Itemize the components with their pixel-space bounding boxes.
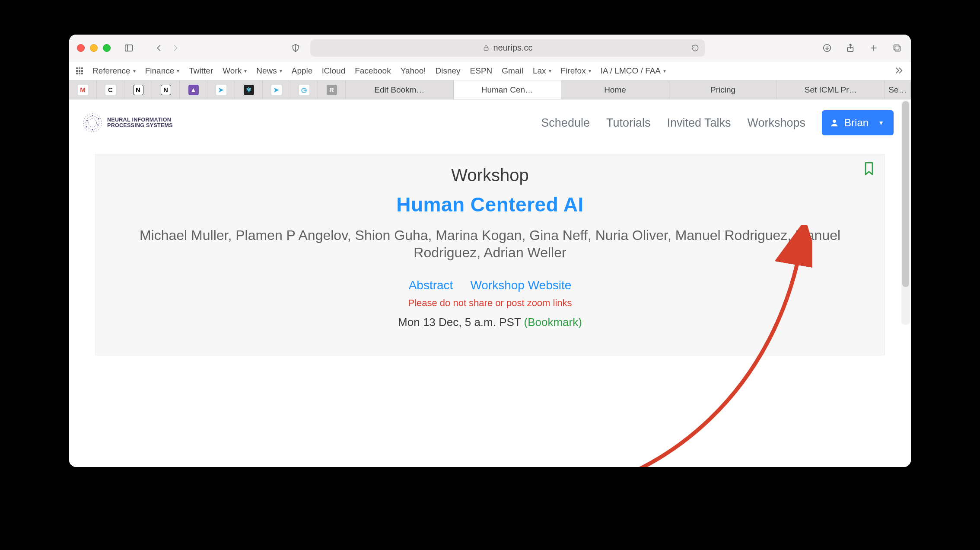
svg-point-13 [97, 124, 99, 125]
bookmark-twitter[interactable]: Twitter [189, 66, 213, 76]
nav-tutorials[interactable]: Tutorials [606, 116, 651, 130]
window-zoom-button[interactable] [103, 44, 111, 52]
nav-workshops[interactable]: Workshops [748, 116, 806, 130]
logo-text: NEURAL INFORMATION PROCESSING SYSTEMS [107, 117, 173, 128]
svg-point-15 [92, 129, 93, 131]
tab-overview-icon[interactable] [891, 42, 903, 54]
svg-point-16 [98, 118, 99, 119]
nav-schedule[interactable]: Schedule [541, 116, 590, 130]
nav-invited-talks[interactable]: Invited Talks [667, 116, 731, 130]
bookmarks-overflow-icon[interactable] [894, 66, 904, 76]
bookmark-firefox[interactable]: Firefox▾ [561, 66, 591, 76]
browser-titlebar: neurips.cc [69, 35, 911, 61]
bookmark-work[interactable]: Work▾ [223, 66, 247, 76]
bookmark-icloud[interactable]: iCloud [322, 66, 345, 76]
tab-home[interactable]: Home [561, 80, 669, 99]
browser-window: neurips.cc Reference▾ Finance▾ [69, 35, 911, 467]
address-bar-text: neurips.cc [493, 43, 532, 53]
tab-set-icml[interactable]: Set ICML Pr… [777, 80, 885, 99]
svg-point-17 [86, 126, 87, 128]
event-links: Abstract Workshop Website [113, 278, 867, 292]
pinned-tab-8[interactable]: ➤ [263, 80, 290, 99]
tab-edit-bookmarks[interactable]: Edit Bookm… [346, 80, 454, 99]
tab-overflow[interactable]: Se… [885, 80, 911, 99]
bookmark-disney[interactable]: Disney [435, 66, 460, 76]
bookmark-link[interactable]: (Bookmark) [524, 316, 582, 329]
bookmarks-bar: Reference▾ Finance▾ Twitter Work▾ News▾ … [69, 61, 911, 80]
bookmark-lax[interactable]: Lax▾ [533, 66, 551, 76]
pinned-tab-react[interactable]: ⚛ [235, 80, 263, 99]
event-card: Workshop Human Centered AI Michael Mulle… [95, 154, 885, 355]
downloads-icon[interactable] [821, 42, 833, 54]
link-abstract[interactable]: Abstract [409, 278, 453, 292]
lock-icon [483, 45, 490, 51]
page-content: NEURAL INFORMATION PROCESSING SYSTEMS Sc… [69, 99, 911, 467]
svg-rect-0 [125, 45, 133, 51]
svg-point-12 [86, 120, 88, 122]
svg-point-9 [86, 116, 99, 130]
pinned-tab-notion-1[interactable]: N [124, 80, 152, 99]
pinned-tab-2[interactable]: C [97, 80, 124, 99]
pinned-tab-5[interactable]: ▲ [180, 80, 207, 99]
bookmark-finance[interactable]: Finance▾ [145, 66, 180, 76]
svg-rect-2 [484, 48, 488, 50]
address-bar[interactable]: neurips.cc [310, 39, 705, 57]
bookmark-toggle-icon[interactable] [863, 161, 875, 176]
new-tab-icon[interactable] [868, 42, 880, 54]
tab-pricing[interactable]: Pricing [669, 80, 777, 99]
window-minimize-button[interactable] [90, 44, 98, 52]
bookmark-gmail[interactable]: Gmail [502, 66, 523, 76]
logo-mark-icon [82, 112, 103, 133]
svg-rect-7 [895, 46, 900, 51]
share-icon[interactable] [844, 42, 856, 54]
reload-icon[interactable] [691, 44, 699, 52]
scrollbar-thumb[interactable] [902, 101, 909, 287]
page-scrollbar[interactable] [901, 100, 910, 325]
nav-forward-button[interactable] [169, 42, 181, 54]
pinned-tabs: M C N N ▲ ➤ ⚛ ➤ ◷ R [69, 80, 346, 99]
bookmark-reference[interactable]: Reference▾ [92, 66, 136, 76]
tabs-bar: M C N N ▲ ➤ ⚛ ➤ ◷ R Edit Bookm… Human Ce… [69, 80, 911, 99]
event-warning: Please do not share or post zoom links [113, 297, 867, 309]
bookmark-yahoo[interactable]: Yahoo! [401, 66, 426, 76]
apps-grid-icon[interactable] [76, 67, 83, 74]
user-icon [830, 118, 839, 128]
open-tabs: Edit Bookm… Human Cen… Home Pricing Set … [346, 80, 911, 99]
pinned-tab-10[interactable]: R [318, 80, 346, 99]
bookmark-apple[interactable]: Apple [292, 66, 313, 76]
user-name-label: Brian [844, 117, 869, 129]
window-traffic-lights [77, 44, 111, 52]
sidebar-toggle-icon[interactable] [123, 42, 135, 54]
site-nav: Schedule Tutorials Invited Talks Worksho… [541, 110, 894, 135]
site-header: NEURAL INFORMATION PROCESSING SYSTEMS Sc… [69, 99, 911, 146]
bookmark-facebook[interactable]: Facebook [355, 66, 391, 76]
tab-human-centered[interactable]: Human Cen… [454, 80, 562, 99]
bookmark-ia-lmco-faa[interactable]: IA / LMCO / FAA▾ [601, 66, 666, 76]
svg-point-10 [88, 118, 96, 127]
window-close-button[interactable] [77, 44, 85, 52]
site-logo[interactable]: NEURAL INFORMATION PROCESSING SYSTEMS [82, 112, 173, 133]
event-title: Human Centered AI [113, 193, 867, 216]
pinned-tab-9[interactable]: ◷ [290, 80, 318, 99]
caret-down-icon: ▼ [878, 119, 884, 126]
event-eyebrow: Workshop [113, 166, 867, 185]
bookmark-news[interactable]: News▾ [256, 66, 282, 76]
nav-back-button[interactable] [153, 42, 165, 54]
svg-rect-8 [894, 45, 899, 50]
svg-point-18 [833, 120, 836, 123]
link-workshop-website[interactable]: Workshop Website [470, 278, 571, 292]
user-menu-button[interactable]: Brian ▼ [822, 110, 894, 135]
privacy-shield-icon[interactable] [290, 42, 302, 54]
event-schedule: Mon 13 Dec, 5 a.m. PST (Bookmark) [113, 316, 867, 329]
svg-point-11 [83, 114, 102, 132]
pinned-tab-6[interactable]: ➤ [207, 80, 235, 99]
pinned-tab-notion-2[interactable]: N [152, 80, 180, 99]
event-datetime: Mon 13 Dec, 5 a.m. PST [398, 316, 521, 329]
event-authors: Michael Muller, Plamen P Angelov, Shion … [113, 227, 867, 261]
pinned-tab-gmail[interactable]: M [69, 80, 97, 99]
svg-point-14 [92, 115, 93, 116]
bookmark-espn[interactable]: ESPN [470, 66, 493, 76]
